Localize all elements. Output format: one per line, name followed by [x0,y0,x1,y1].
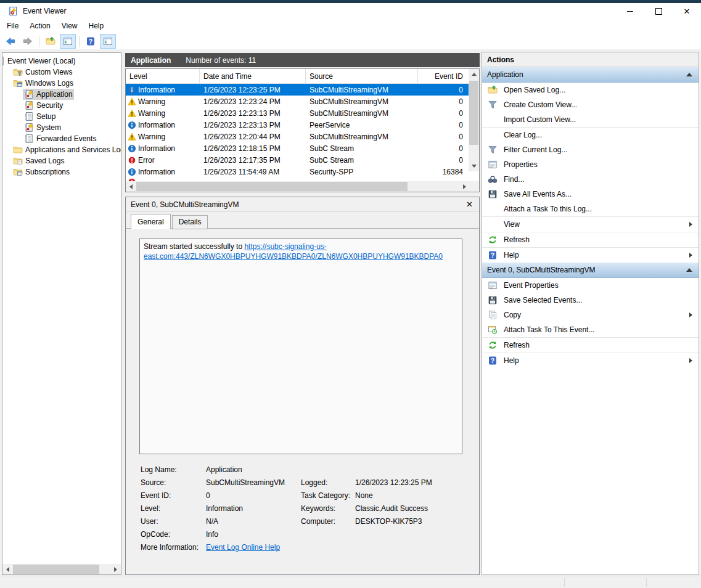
action-find[interactable]: Find... [482,172,699,187]
tree-item-saved-logs[interactable]: Saved Logs [2,155,121,166]
detail-title: Event 0, SubCMultiStreamingVM [131,200,239,209]
tree-item-windows-logs[interactable]: Windows Logs [2,78,121,89]
action-attach-task-to-log[interactable]: Attach a Task To this Log... [482,202,699,216]
warning-icon [128,133,136,141]
folder-icon [13,145,23,155]
info-icon [128,86,136,94]
back-button[interactable] [2,34,18,49]
scroll-left-icon[interactable] [2,564,13,574]
tree-item-subscriptions[interactable]: Subscriptions [2,166,121,178]
tree-item-event-viewer-local[interactable]: Event Viewer (Local) [2,55,121,67]
save-icon [488,189,498,199]
toolbar [0,33,701,50]
folder-saved-icon [13,156,23,166]
table-row[interactable]: Warning 1/26/2023 12:20:44 PM SubCMultiS… [126,131,479,142]
console-root-icon [2,56,5,66]
table-row[interactable]: Information 1/26/2023 12:18:15 PM SubC S… [126,142,479,154]
table-row[interactable]: Information 1/26/2023 12:23:13 PM PeerSe… [126,119,479,131]
action-import-custom-view[interactable]: Import Custom View... [482,112,699,127]
action-create-custom-view[interactable]: Create Custom View... [482,97,699,112]
center-panel: Application Number of events: 11 Level D… [125,52,480,575]
column-header-level[interactable]: Level [126,69,200,83]
action-attach-task-to-event[interactable]: Attach Task To This Event... [482,322,699,337]
actions-section-application[interactable]: Application [482,67,699,83]
event-log-online-help-link[interactable]: Event Log Online Help [206,543,301,552]
action-refresh-event[interactable]: Refresh [482,337,699,353]
scroll-right-icon[interactable] [110,564,121,574]
action-properties[interactable]: Properties [482,157,699,172]
tab-details[interactable]: Details [172,215,208,229]
column-header-date-time[interactable]: Date and Time [200,69,306,83]
tree-item-security[interactable]: Security [2,100,121,111]
scrollbar-thumb[interactable] [136,182,408,191]
field-label-level: Level: [141,504,206,513]
action-view[interactable]: View [482,216,699,232]
action-filter-current-log[interactable]: Filter Current Log... [482,142,699,157]
save-icon [488,295,498,305]
event-count: Number of events: 11 [186,56,256,65]
scrollbar-thumb[interactable] [469,81,478,145]
field-label-logged: Logged: [301,478,355,487]
field-value-source: SubCMultiStreamingVM [206,478,301,487]
table-row[interactable]: Information 1/26/2023 12:23:25 PM SubCMu… [126,84,479,96]
close-button[interactable]: ✕ [673,3,701,19]
field-label-source: Source: [141,478,206,487]
tree-item-application[interactable]: Application [2,89,121,100]
column-header-event-id[interactable]: Event ID [418,69,468,83]
console-tree-toggle-button[interactable] [60,34,76,49]
table-vertical-scrollbar[interactable] [469,69,479,171]
warning-icon [128,97,136,106]
folder-subscriptions-icon [13,167,23,177]
scroll-up-icon[interactable] [469,69,479,80]
action-open-saved-log[interactable]: Open Saved Log... [482,83,699,97]
action-refresh[interactable]: Refresh [482,232,699,247]
submenu-arrow-icon [689,358,692,363]
action-save-selected-events[interactable]: Save Selected Events... [482,293,699,308]
table-row[interactable]: Warning 1/26/2023 12:23:13 PM SubCMultiS… [126,107,479,119]
field-label-opcode: OpCode: [141,530,206,539]
action-clear-log[interactable]: Clear Log... [482,127,699,142]
action-help-event[interactable]: Help [482,353,699,368]
open-saved-log-toolbar-button[interactable] [43,34,59,49]
menu-file[interactable]: File [1,19,24,33]
scroll-down-icon[interactable] [469,161,479,171]
action-help[interactable]: Help [482,247,699,263]
table-row[interactable]: Information 1/26/2023 11:54:49 AM Securi… [126,166,479,178]
table-row[interactable]: Warning 1/26/2023 12:23:24 PM SubCMultiS… [126,96,479,107]
open-folder-icon [488,85,498,95]
action-pane-toggle-button[interactable] [100,34,116,49]
minimize-button[interactable] [616,3,644,19]
tree-item-system[interactable]: System [2,122,121,133]
tree-item-custom-views[interactable]: Custom Views [2,67,121,78]
tree-item-forwarded-events[interactable]: Forwarded Events [2,133,121,144]
scrollbar-thumb[interactable] [13,565,99,574]
refresh-icon [488,340,498,350]
table-row[interactable]: Error 1/26/2023 12:17:35 PM SubC Stream … [126,154,479,166]
forward-button[interactable] [20,34,36,49]
action-copy[interactable]: Copy [482,308,699,322]
action-save-all-events-as[interactable]: Save All Events As... [482,187,699,202]
tree-item-setup[interactable]: Setup [2,111,121,122]
scroll-left-icon[interactable] [126,181,136,192]
actions-header: Actions [482,52,699,67]
actions-section-event[interactable]: Event 0, SubCMultiStreamingVM [482,263,699,278]
toolbar-separator [79,36,80,47]
event-log-icon [24,89,34,99]
help-icon [488,356,498,365]
column-header-source[interactable]: Source [306,69,418,83]
maximize-button[interactable] [644,3,673,19]
actions-pane: Actions Application Open Saved Log... Cr… [482,52,699,575]
table-horizontal-scrollbar[interactable] [126,181,470,192]
menu-action[interactable]: Action [24,19,55,33]
title-bar[interactable]: Event Viewer [0,3,701,19]
help-toolbar-button[interactable] [83,34,99,49]
tree-item-applications-services-logs[interactable]: Applications and Services Logs [2,144,121,155]
detail-close-icon[interactable]: ✕ [466,200,473,209]
tab-general[interactable]: General [131,214,171,229]
menu-help[interactable]: Help [83,19,110,33]
tree-horizontal-scrollbar[interactable] [2,564,121,574]
funnel-icon [488,100,498,110]
event-description-box[interactable]: Stream started successfully to https://s… [139,239,462,454]
menu-view[interactable]: View [56,19,83,33]
action-event-properties[interactable]: Event Properties [482,278,699,293]
